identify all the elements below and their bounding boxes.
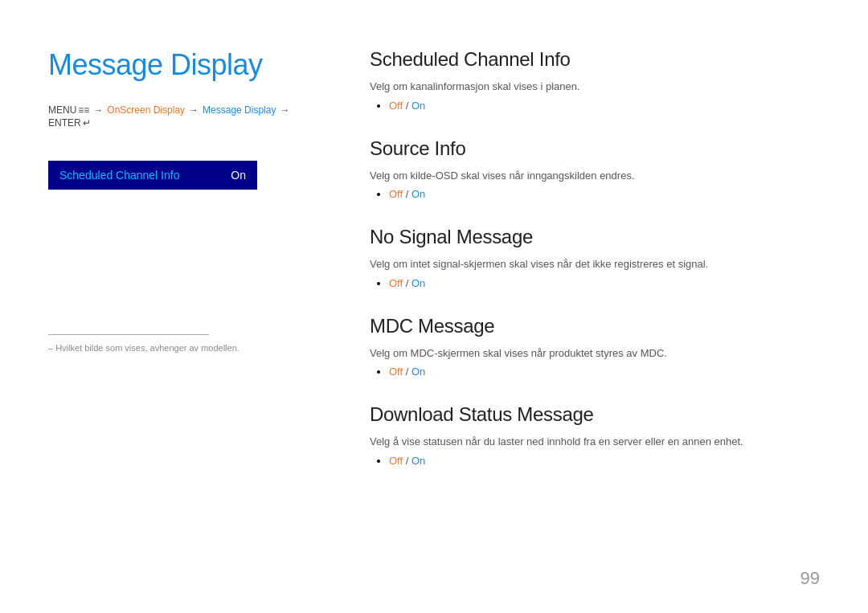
section-desc-source-info: Velg om kilde-OSD skal vises når inngang…: [370, 168, 820, 184]
section-title-scheduled-channel-info: Scheduled Channel Info: [370, 48, 820, 71]
breadcrumb-link-onscreen[interactable]: OnScreen Display: [107, 104, 185, 116]
option-slash-scheduled-channel-info: /: [403, 100, 411, 112]
left-column: Message Display MENU ≡≡ → OnScreen Displ…: [48, 48, 354, 581]
section-options-no-signal-message: Off / On: [370, 277, 820, 289]
section-desc-download-status-message: Velg å vise statusen når du laster ned i…: [370, 434, 820, 450]
option-on-download-status-message: On: [411, 455, 425, 467]
section-title-source-info: Source Info: [370, 137, 820, 160]
section-desc-mdc-message: Velg om MDC-skjermen skal vises når prod…: [370, 345, 820, 362]
breadcrumb-menu: MENU: [48, 104, 76, 116]
section-desc-scheduled-channel-info: Velg om kanalinformasjon skal vises i pl…: [370, 79, 820, 95]
section-option-item-download-status-message: Off / On: [389, 455, 820, 467]
footnote-text: – Hvilket bilde som vises, avhenger av m…: [48, 343, 321, 353]
section-source-info: Source InfoVelg om kilde-OSD skal vises …: [370, 137, 820, 201]
menu-preview-label: Scheduled Channel Info: [59, 169, 179, 182]
breadcrumb-arrow-2: →: [189, 104, 199, 116]
option-off-scheduled-channel-info: Off: [389, 100, 403, 112]
breadcrumb: MENU ≡≡ → OnScreen Display → Message Dis…: [48, 104, 321, 129]
breadcrumb-enter: ENTER: [48, 117, 81, 129]
option-slash-no-signal-message: /: [403, 277, 411, 289]
option-slash-mdc-message: /: [403, 366, 411, 378]
option-on-source-info: On: [411, 188, 425, 200]
section-options-mdc-message: Off / On: [370, 366, 820, 378]
section-title-download-status-message: Download Status Message: [370, 403, 820, 426]
option-on-scheduled-channel-info: On: [411, 100, 425, 112]
section-options-source-info: Off / On: [370, 188, 820, 200]
option-off-mdc-message: Off: [389, 366, 403, 378]
option-on-mdc-message: On: [411, 366, 425, 378]
section-mdc-message: MDC MessageVelg om MDC-skjermen skal vis…: [370, 315, 820, 378]
section-no-signal-message: No Signal MessageVelg om intet signal-sk…: [370, 226, 820, 289]
section-options-scheduled-channel-info: Off / On: [370, 100, 820, 112]
section-title-mdc-message: MDC Message: [370, 315, 820, 337]
right-column: Scheduled Channel InfoVelg om kanalinfor…: [354, 48, 820, 581]
option-off-source-info: Off: [389, 188, 403, 200]
footnote-divider: [48, 334, 209, 335]
section-option-item-source-info: Off / On: [389, 188, 820, 200]
section-option-item-no-signal-message: Off / On: [389, 277, 820, 289]
option-slash-download-status-message: /: [403, 455, 411, 467]
page-number: 99: [800, 568, 820, 589]
section-options-download-status-message: Off / On: [370, 455, 820, 467]
option-slash-source-info: /: [403, 188, 411, 200]
option-off-no-signal-message: Off: [389, 277, 403, 289]
page-title: Message Display: [48, 48, 321, 82]
section-download-status-message: Download Status MessageVelg å vise statu…: [370, 403, 820, 467]
section-scheduled-channel-info: Scheduled Channel InfoVelg om kanalinfor…: [370, 48, 820, 112]
breadcrumb-menu-icon: ≡≡: [78, 104, 89, 116]
option-on-no-signal-message: On: [411, 277, 425, 289]
option-off-download-status-message: Off: [389, 455, 403, 467]
breadcrumb-arrow-1: →: [93, 104, 103, 116]
breadcrumb-enter-icon: ↵: [83, 117, 91, 129]
menu-preview-item: Scheduled Channel Info On: [48, 161, 257, 190]
menu-preview-value: On: [231, 169, 246, 182]
section-desc-no-signal-message: Velg om intet signal-skjermen skal vises…: [370, 256, 820, 272]
section-option-item-scheduled-channel-info: Off / On: [389, 100, 820, 112]
section-option-item-mdc-message: Off / On: [389, 366, 820, 378]
breadcrumb-arrow-3: →: [280, 104, 289, 116]
section-title-no-signal-message: No Signal Message: [370, 226, 820, 248]
breadcrumb-link-message[interactable]: Message Display: [203, 104, 276, 116]
